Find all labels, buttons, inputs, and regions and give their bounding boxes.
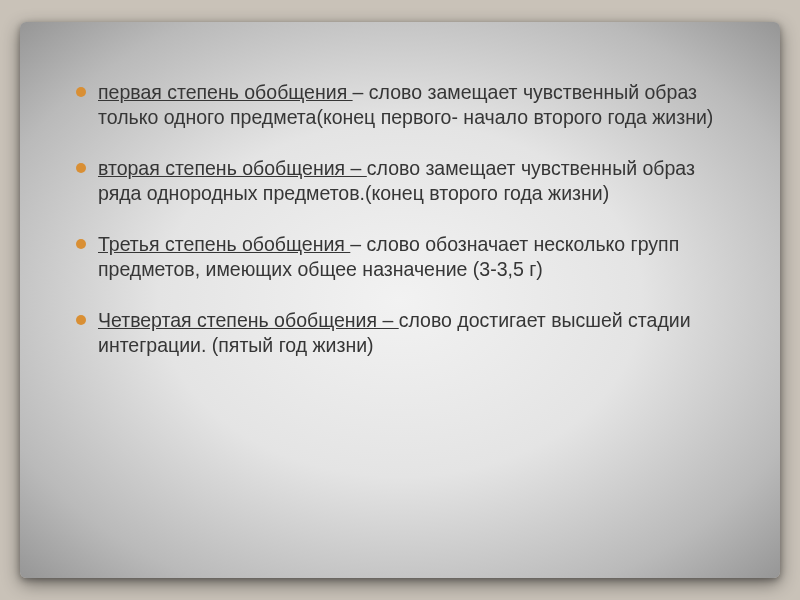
- bullet-title: первая степень обобщения: [98, 81, 353, 103]
- list-item: Третья степень обобщения – слово обознач…: [76, 232, 724, 282]
- list-item: первая степень обобщения – слово замещае…: [76, 80, 724, 130]
- list-item: вторая степень обобщения – слово замещае…: [76, 156, 724, 206]
- slide-container: первая степень обобщения – слово замещае…: [20, 22, 780, 578]
- slide: первая степень обобщения – слово замещае…: [20, 22, 780, 578]
- bullet-title: Четвертая степень обобщения –: [98, 309, 399, 331]
- bullet-title: Третья степень обобщения: [98, 233, 350, 255]
- bullet-title: вторая степень обобщения –: [98, 157, 367, 179]
- list-item: Четвертая степень обобщения – слово дост…: [76, 308, 724, 358]
- bullet-list: первая степень обобщения – слово замещае…: [76, 80, 724, 358]
